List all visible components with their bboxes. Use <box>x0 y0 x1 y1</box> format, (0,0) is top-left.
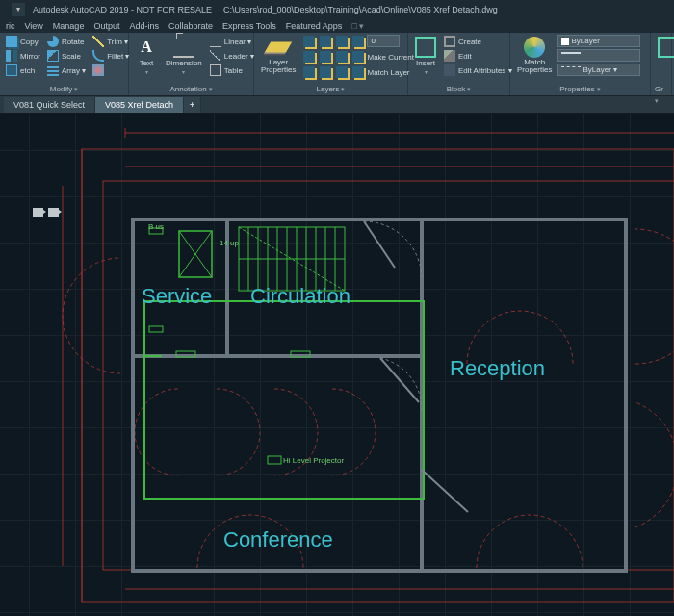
swatch-icon <box>336 66 348 78</box>
text-icon: A <box>136 37 157 58</box>
svg-rect-0 <box>82 149 674 602</box>
mirror-button[interactable]: Mirror <box>4 49 42 63</box>
panel-label[interactable]: Block <box>412 84 506 95</box>
create-icon <box>444 36 455 47</box>
scale-button[interactable]: Scale <box>45 49 88 63</box>
dimension-icon <box>173 37 194 58</box>
menu-item[interactable]: Add-ins <box>129 21 159 31</box>
svg-line-36 <box>422 470 468 512</box>
edit-attributes-button[interactable]: Edit Attributes ▾ <box>442 64 514 77</box>
color-dropdown[interactable]: ByLayer <box>557 35 640 47</box>
swatch-icon <box>320 36 331 47</box>
match-layer-button[interactable]: Match Layer <box>350 65 411 79</box>
leader-button[interactable]: Leader ▾ <box>208 49 256 63</box>
linetype-dropdown[interactable]: ByLayer ▾ <box>557 64 640 76</box>
room-label-circulation: Circulation <box>250 284 350 309</box>
menu-end-icon[interactable]: □ ▾ <box>351 21 364 31</box>
menu-item[interactable]: ric <box>6 21 15 31</box>
layer-freeze[interactable] <box>318 50 333 64</box>
layer-state-a[interactable] <box>301 35 317 48</box>
swatch-icon <box>303 66 315 78</box>
svg-rect-12 <box>144 301 424 499</box>
app-title: Autodesk AutoCAD 2019 - NOT FOR RESALE <box>33 0 212 19</box>
dimension-button[interactable]: Dimension▾ <box>163 35 205 84</box>
menu-item[interactable]: Express Tools <box>222 21 276 31</box>
panel-groups: Gr <box>651 33 672 95</box>
file-tab-strip: V081 Quick Select V085 Xref Detach + <box>0 96 674 114</box>
layer-prev[interactable] <box>334 65 350 79</box>
swatch-icon <box>303 51 315 63</box>
panel-label[interactable]: Annotation <box>133 84 249 95</box>
match-properties-button[interactable]: Match Properties <box>514 35 555 84</box>
projector-label: Hi Level Projector <box>283 456 344 465</box>
lineweight-icon <box>561 52 581 64</box>
copy-button[interactable]: Copy <box>4 35 42 48</box>
layer-state-c[interactable] <box>334 35 350 48</box>
drawing-canvas[interactable]: Service Circulation Reception Conference… <box>0 114 674 616</box>
panel-label[interactable]: Properties <box>514 84 646 95</box>
menu-item[interactable]: Collaborate <box>168 21 213 31</box>
panel-block: Insert▾ Create Edit Edit Attributes ▾ Bl… <box>408 33 510 95</box>
edit-block-button[interactable]: Edit <box>442 49 514 63</box>
menu-bar: ric View Manage Output Add-ins Collabora… <box>0 19 674 33</box>
mirror-icon <box>6 50 17 62</box>
menu-item[interactable]: Manage <box>53 21 85 31</box>
menu-item[interactable]: Output <box>93 21 119 31</box>
layer-current-dd[interactable]: 0 <box>367 35 400 47</box>
swatch-icon <box>336 36 348 47</box>
file-tab-active[interactable]: V085 Xref Detach <box>95 97 184 113</box>
menu-item[interactable]: View <box>25 21 43 31</box>
panel-label[interactable]: Gr <box>655 84 667 95</box>
create-block-button[interactable]: Create <box>442 35 514 48</box>
groups-button[interactable] <box>655 35 674 84</box>
drawing-svg <box>0 114 674 616</box>
room-label-conference: Conference <box>223 527 333 552</box>
swatch-icon <box>320 66 331 78</box>
swatch-icon <box>303 36 315 47</box>
qat-dropdown-icon[interactable]: ▾ <box>12 3 25 16</box>
editattr-icon <box>444 64 455 76</box>
insert-icon <box>415 37 436 58</box>
file-tab-add[interactable]: + <box>184 97 201 113</box>
stretch-icon <box>6 64 17 76</box>
layer-properties-button[interactable]: Layer Properties <box>258 35 298 84</box>
panel-annotation: AText▾ Dimension▾ Linear ▾ Leader ▾ Tabl… <box>129 33 254 95</box>
title-bar: ▾ Autodesk AutoCAD 2019 - NOT FOR RESALE… <box>0 0 674 19</box>
stretch-button[interactable]: etch <box>4 64 42 77</box>
layer-lock[interactable] <box>334 50 350 64</box>
text-button[interactable]: AText▾ <box>133 35 160 84</box>
matchprop-icon <box>524 37 545 58</box>
fillet-icon <box>92 50 104 62</box>
fillet-button[interactable]: Fillet ▾ <box>91 49 131 63</box>
table-button[interactable]: Table <box>208 64 256 77</box>
layer-iso[interactable] <box>301 50 317 64</box>
panel-label[interactable]: Modify <box>4 84 124 95</box>
make-current-button[interactable]: Make Current <box>350 50 415 64</box>
layer-state-d[interactable] <box>350 35 366 48</box>
menu-item[interactable]: Featured Apps <box>286 21 343 31</box>
scale-icon <box>47 50 59 62</box>
panel-properties: Match Properties ByLayer ByLayer ▾ Prope… <box>510 33 651 95</box>
lineweight-dropdown[interactable] <box>557 49 640 62</box>
ribbon: Copy Mirror etch Rotate Scale Array ▾ Tr… <box>0 33 674 96</box>
trim-button[interactable]: Trim ▾ <box>91 35 131 48</box>
insert-button[interactable]: Insert▾ <box>412 35 439 84</box>
room-label-reception: Reception <box>450 356 545 381</box>
array-button[interactable]: Array ▾ <box>45 64 88 77</box>
layer-off[interactable] <box>301 65 317 79</box>
layer-on[interactable] <box>318 65 333 79</box>
matchlay-icon <box>352 66 364 78</box>
linear-button[interactable]: Linear ▾ <box>208 35 256 48</box>
leader-icon <box>210 50 221 62</box>
modify-more-button[interactable] <box>91 64 131 77</box>
group-icon <box>658 37 674 58</box>
rotate-button[interactable]: Rotate <box>45 35 88 48</box>
panel-label[interactable]: Layers <box>258 84 403 95</box>
file-tab-inactive[interactable]: V081 Quick Select <box>4 97 95 113</box>
trim-icon <box>92 36 104 47</box>
copy-icon <box>6 36 17 47</box>
svg-rect-31 <box>149 326 163 332</box>
rotate-icon <box>47 36 59 47</box>
layer-state-b[interactable] <box>318 35 333 48</box>
palette-icon <box>92 64 104 76</box>
